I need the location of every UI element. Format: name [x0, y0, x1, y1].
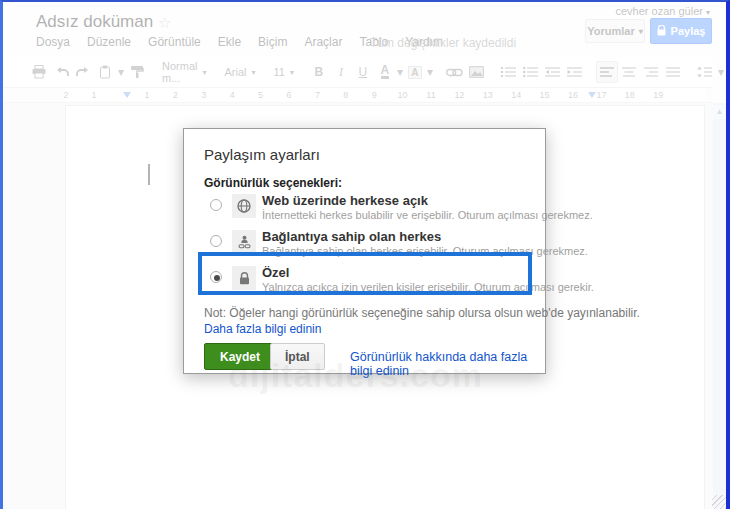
- link-people-icon: [232, 230, 256, 254]
- browser-window: Adsız doküman ☆ Dosya Düzenle Görüntüle …: [0, 0, 730, 509]
- radio-anyone-with-link[interactable]: [210, 235, 222, 247]
- radio-public[interactable]: [210, 199, 222, 211]
- visibility-options-label: Görünürlük seçenekleri:: [204, 176, 342, 190]
- annotation-highlight-box: [198, 252, 532, 295]
- dialog-title: Paylaşım ayarları: [204, 146, 320, 163]
- globe-icon: [232, 194, 256, 218]
- sharing-settings-dialog: Paylaşım ayarları Görünürlük seçenekleri…: [183, 128, 546, 374]
- watermark: dijitalders.com: [228, 356, 483, 395]
- resize-grip-icon[interactable]: [712, 495, 726, 509]
- option-public[interactable]: Web üzerinde herkese açık İnternetteki h…: [184, 193, 545, 227]
- dialog-note: Not: Öğeler hangi görünürlük seçeneğine …: [204, 306, 640, 320]
- option-description: İnternetteki herkes bulabilir ve erişebi…: [262, 209, 593, 221]
- option-title: Web üzerinde herkese açık: [262, 193, 428, 208]
- option-title: Bağlantıya sahip olan herkes: [262, 229, 441, 244]
- learn-more-link[interactable]: Daha fazla bilgi edinin: [204, 322, 321, 336]
